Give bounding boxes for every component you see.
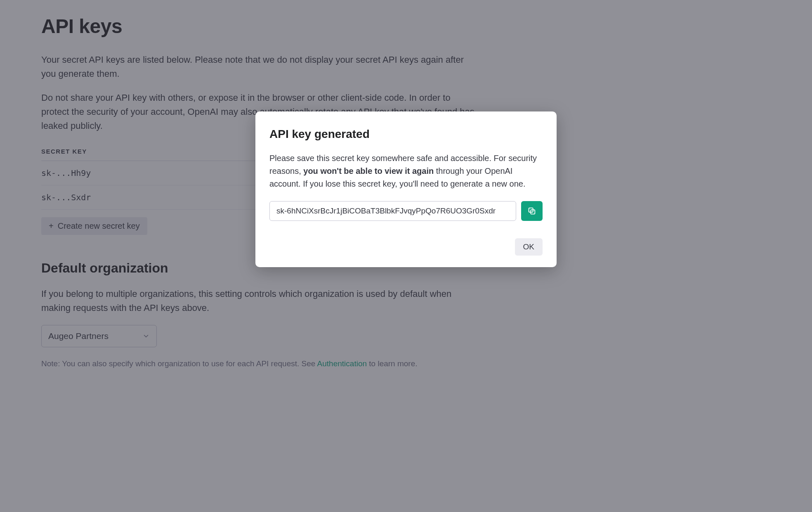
copy-key-button[interactable] — [521, 201, 543, 221]
key-row — [269, 201, 543, 221]
modal-footer: OK — [269, 238, 543, 256]
modal-overlay[interactable]: API key generated Please save this secre… — [0, 0, 812, 512]
ok-button[interactable]: OK — [515, 238, 543, 256]
api-key-generated-modal: API key generated Please save this secre… — [255, 111, 557, 267]
modal-title: API key generated — [269, 126, 543, 143]
modal-body-bold: you won't be able to view it again — [303, 166, 434, 175]
copy-icon — [527, 206, 536, 216]
api-key-field[interactable] — [269, 201, 516, 221]
modal-body: Please save this secret key somewhere sa… — [269, 152, 543, 190]
